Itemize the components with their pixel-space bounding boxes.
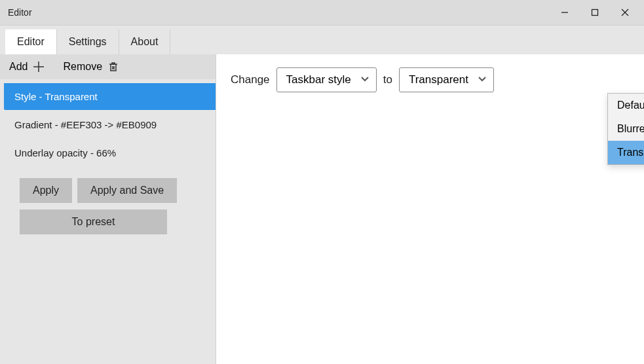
- tab-editor[interactable]: Editor: [5, 29, 57, 54]
- add-rule-button[interactable]: Add: [9, 61, 45, 73]
- minimize-icon: [561, 9, 569, 16]
- maximize-icon: [591, 9, 599, 16]
- remove-rule-button[interactable]: Remove: [63, 61, 119, 73]
- sidebar: Add Remove Style - Transparent Gradient …: [0, 54, 216, 364]
- rule-item[interactable]: Underlay opacity - 66%: [4, 139, 216, 166]
- sidebar-toolbar: Add Remove: [0, 54, 216, 79]
- rule-item[interactable]: Gradient - #EEF303 -> #EB0909: [4, 111, 216, 138]
- apply-save-button[interactable]: Apply and Save: [77, 178, 177, 203]
- sidebar-buttons: Apply Apply and Save To preset: [0, 172, 216, 241]
- dropdown-option[interactable]: Default: [608, 94, 644, 117]
- main-area: Add Remove Style - Transparent Gradient …: [0, 54, 644, 364]
- add-label: Add: [9, 61, 28, 73]
- maximize-button[interactable]: [580, 0, 610, 25]
- rule-editor-row: Change Taskbar style to Transparent: [231, 67, 630, 92]
- to-preset-button[interactable]: To preset: [20, 209, 167, 234]
- value-select[interactable]: Transparent: [399, 67, 494, 92]
- rule-item[interactable]: Style - Transparent: [4, 83, 216, 110]
- plus-icon: [33, 61, 45, 73]
- titlebar: Editor: [0, 0, 644, 25]
- dropdown-option[interactable]: Transparent: [608, 141, 644, 164]
- window-controls: [550, 0, 640, 25]
- trash-icon: [107, 61, 119, 73]
- window-title: Editor: [8, 7, 550, 18]
- svg-rect-1: [592, 10, 598, 16]
- chevron-down-icon: [478, 73, 487, 86]
- dropdown-option[interactable]: Blurred: [608, 117, 644, 141]
- remove-label: Remove: [63, 61, 102, 73]
- rules-list: Style - Transparent Gradient - #EEF303 -…: [0, 79, 216, 172]
- change-label: Change: [231, 73, 270, 86]
- tab-bar: Editor Settings About: [0, 25, 644, 54]
- close-button[interactable]: [610, 0, 640, 25]
- value-select-value: Transparent: [409, 73, 468, 86]
- close-icon: [621, 9, 629, 16]
- value-select-dropdown: Default Blurred Transparent: [607, 93, 644, 165]
- apply-button[interactable]: Apply: [20, 178, 72, 203]
- minimize-button[interactable]: [550, 0, 580, 25]
- content-area: Change Taskbar style to Transparent Defa…: [216, 54, 644, 364]
- tab-about[interactable]: About: [119, 29, 171, 54]
- tab-settings[interactable]: Settings: [57, 29, 119, 54]
- chevron-down-icon: [360, 73, 369, 86]
- subject-select-value: Taskbar style: [286, 73, 351, 86]
- to-label: to: [383, 73, 392, 86]
- subject-select[interactable]: Taskbar style: [276, 67, 377, 92]
